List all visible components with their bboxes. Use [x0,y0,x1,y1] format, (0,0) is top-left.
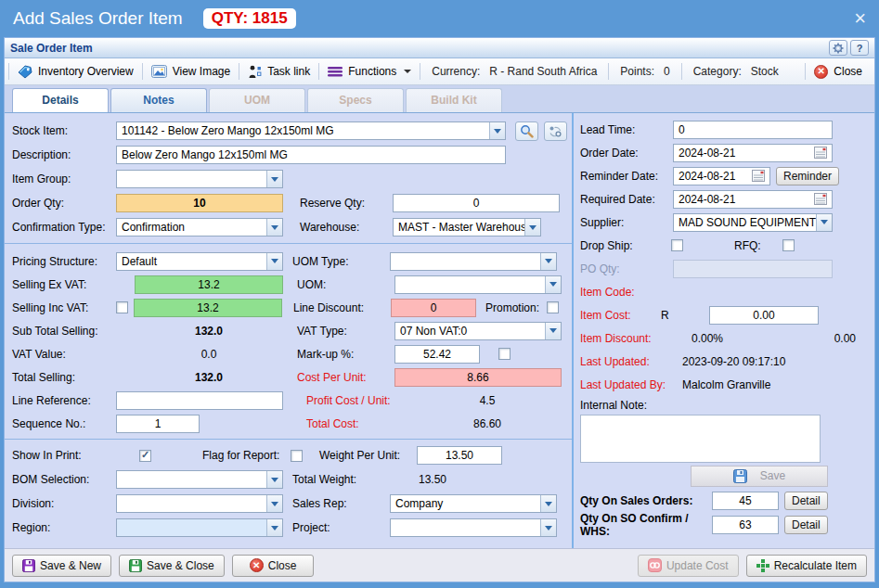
promotion-checkbox[interactable] [547,301,559,313]
so-confirm-detail-button[interactable]: Detail [784,516,828,534]
chevron-down-icon[interactable] [540,495,556,512]
sequence-no-input[interactable]: 1 [116,415,200,433]
uom-select[interactable] [394,275,562,294]
chevron-down-icon[interactable] [266,471,282,488]
chevron-down-icon[interactable] [266,519,282,536]
row-drop-ship: Drop Ship: RFQ: [580,234,869,257]
row-reminder-date: Reminder Date: 2024-08-21 Reminder [580,164,869,187]
lead-time-input[interactable]: 0 [673,121,833,139]
chevron-down-icon[interactable] [266,495,282,512]
chevron-down-icon[interactable] [540,253,556,270]
chevron-down-icon[interactable] [266,219,282,236]
required-date-input[interactable]: 2024-08-21 [673,190,833,209]
functions-menu-button[interactable]: Functions [319,61,420,82]
save-new-label: Save & New [40,559,101,572]
rfq-checkbox[interactable] [782,239,795,251]
cost-per-unit-input[interactable]: 8.66 [394,368,562,387]
search-button[interactable] [515,121,538,141]
chevron-down-icon[interactable] [266,253,282,270]
toolbar-close-button[interactable]: ✕ Close [806,61,871,82]
selling-ex-vat-input[interactable]: 13.2 [135,275,283,294]
save-new-button[interactable]: Save & New [12,555,111,577]
tag-icon [18,65,32,79]
view-image-label: View Image [173,65,230,78]
pricing-structure-value: Default [117,253,266,270]
category-value: Stock [751,65,779,78]
bom-selection-select[interactable] [116,470,283,489]
confirmation-type-select[interactable]: Confirmation [116,218,283,236]
item-cost-input[interactable]: 0.00 [709,306,819,325]
selling-inc-vat-checkbox[interactable] [116,301,128,313]
project-select[interactable] [390,518,557,537]
supplier-select[interactable]: MAD SOUND EQUIPMENT [673,213,833,232]
view-image-button[interactable]: View Image [143,61,239,82]
reserve-qty-input[interactable]: 0 [393,194,560,212]
uom-type-select[interactable] [390,252,557,271]
internal-note-textarea[interactable] [580,415,821,463]
tab-notes[interactable]: Notes [110,88,207,112]
tab-uom: UOM [209,88,305,112]
chevron-down-icon[interactable] [816,214,832,231]
markup-input[interactable]: 52.42 [394,345,480,364]
close-button[interactable]: ✕ Close [232,555,315,577]
flag-for-report-checkbox[interactable] [291,450,303,462]
warehouse-select[interactable]: MAST - Master Warehouse [393,218,541,236]
confirmation-type-label: Confirmation Type: [12,221,116,234]
stock-item-select[interactable]: 101142 - Below Zero Mango 12x150ml MG [116,121,506,140]
reminder-date-input[interactable]: 2024-08-21 [673,167,770,185]
calendar-icon[interactable] [814,193,827,205]
calendar-icon[interactable] [814,147,827,159]
tab-build-kit: Build Kit [406,88,502,112]
link-icon [648,558,662,572]
calendar-icon[interactable] [752,170,765,182]
order-date-label: Order Date: [580,147,673,160]
tab-details[interactable]: Details [12,88,109,112]
drop-ship-label: Drop Ship: [580,239,666,252]
show-in-print-label: Show In Print: [12,449,116,462]
task-link-button[interactable]: Task link [239,61,318,82]
gear-icon[interactable] [829,40,847,56]
inventory-overview-button[interactable]: Inventory Overview [9,61,142,82]
line-discount-input[interactable]: 0 [391,299,476,317]
chevron-down-icon[interactable] [266,171,282,187]
row-qty-on-so-confirm: Qty On SO Confirm / WHS: 63 Detail [580,513,869,537]
chevron-down-icon[interactable] [540,519,556,536]
note-save-button: Save [691,466,828,487]
sales-rep-select[interactable]: Company [390,494,557,513]
po-qty-input [673,260,833,278]
help-button[interactable]: ? [850,40,869,56]
show-in-print-checkbox[interactable] [139,450,151,462]
vat-type-select[interactable]: 07 Non VAT:0 [394,322,562,340]
last-updated-by-value: Malcolm Granville [682,378,770,391]
close-icon: ✕ [250,558,264,572]
markup-checkbox[interactable] [498,348,511,360]
rfq-label: RFQ: [734,239,771,252]
chevron-down-icon[interactable] [524,219,540,236]
save-close-button[interactable]: Save & Close [119,555,225,577]
region-select[interactable] [116,518,283,537]
division-select[interactable] [116,494,283,513]
order-qty-input[interactable]: 10 [116,194,283,212]
row-last-updated: Last Updated: 2023-09-20 09:17:10 [580,350,869,373]
recalculate-item-button[interactable]: Recalculate Item [746,555,867,577]
chevron-down-icon[interactable] [545,276,561,293]
sync-button[interactable] [544,121,567,141]
order-date-input[interactable]: 2024-08-21 [673,144,833,162]
sales-orders-detail-button[interactable]: Detail [784,492,828,510]
reminder-button[interactable]: Reminder [776,167,839,185]
description-input[interactable]: Below Zero Mango 12x150ml MG [116,146,506,164]
item-group-select[interactable] [116,170,283,188]
chevron-down-icon[interactable] [489,122,505,139]
line-reference-input[interactable] [116,391,283,410]
row-show-in-print: Show In Print: Flag for Report: Weight P… [12,443,572,467]
row-order-qty: Order Qty: 10 Reserve Qty: 0 [12,191,572,215]
selling-inc-vat-input[interactable]: 13.2 [134,299,282,317]
chevron-down-icon[interactable] [545,323,561,339]
pricing-structure-select[interactable]: Default [116,252,283,271]
window-close-icon[interactable]: × [854,9,866,28]
qty-on-sales-orders-input[interactable]: 45 [712,492,779,510]
weight-per-unit-input[interactable]: 13.50 [417,446,502,465]
uom-type-label: UOM Type: [292,255,390,268]
qty-on-so-confirm-input[interactable]: 63 [712,516,779,534]
drop-ship-checkbox[interactable] [671,239,683,251]
